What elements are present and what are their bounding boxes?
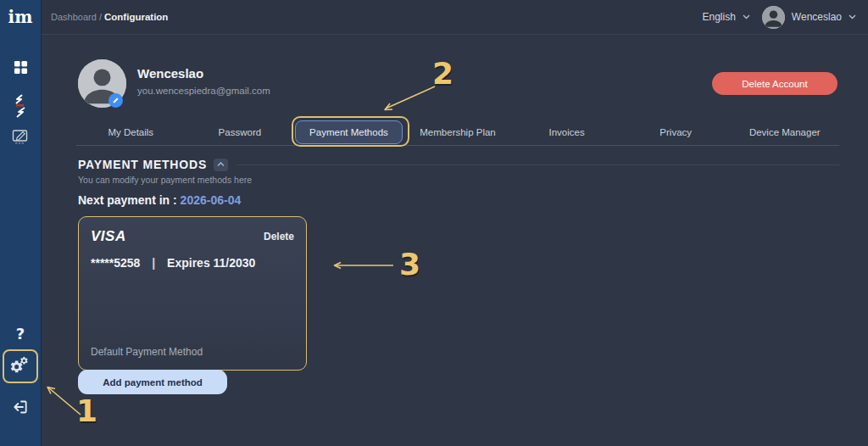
add-payment-method-button[interactable]: Add payment method <box>78 370 227 394</box>
annotation-step-2: 2 <box>432 56 453 91</box>
dashboard-grid-icon <box>14 60 28 75</box>
sidebar-item-dashboard[interactable] <box>0 54 41 80</box>
breadcrumb-current: Configuration <box>104 12 168 22</box>
profile-name: Wenceslao <box>137 66 203 81</box>
card-header: VISA Delete <box>91 228 294 245</box>
top-bar: Dashboard / Configuration English Wences… <box>41 0 868 35</box>
next-payment-date: 2026-06-04 <box>181 193 242 207</box>
user-menu[interactable]: Wenceslao <box>792 11 842 23</box>
delete-card-button[interactable]: Delete <box>264 231 294 243</box>
tab-label: Privacy <box>646 121 705 143</box>
next-payment-label: Next payment in : <box>78 193 177 207</box>
chevron-down-icon[interactable] <box>743 14 750 20</box>
logout-icon <box>12 399 29 415</box>
tab-invoices[interactable]: Invoices <box>512 119 621 145</box>
section-subtitle: You can modify your payment methods here <box>78 175 252 185</box>
breadcrumb-dashboard[interactable]: Dashboard <box>51 12 97 22</box>
sidebar-item-help[interactable]: ? <box>0 321 41 346</box>
tab-payment-methods[interactable]: Payment Methods <box>294 119 403 145</box>
tab-privacy[interactable]: Privacy <box>621 119 731 145</box>
profile-email: you.wencespiedra@gmail.com <box>137 86 270 96</box>
annotation-step-3: 3 <box>399 247 420 282</box>
tab-membership-plan[interactable]: Membership Plan <box>403 119 513 145</box>
card-separator: | <box>152 256 155 270</box>
next-payment: Next payment in : 2026-06-04 <box>78 193 241 207</box>
tab-device-manager[interactable]: Device Manager <box>730 119 839 145</box>
topbar-right: English Wenceslao <box>702 6 856 29</box>
app-logo: im <box>0 7 41 27</box>
breadcrumb: Dashboard / Configuration <box>51 12 168 22</box>
gears-icon <box>9 355 31 377</box>
tab-label: Invoices <box>536 121 598 143</box>
section-title: PAYMENT METHODS <box>78 158 207 171</box>
chevron-down-icon[interactable] <box>849 14 856 20</box>
sidebar-item-logout[interactable] <box>0 394 41 420</box>
sidebar-item-settings[interactable] <box>0 354 41 379</box>
delete-account-button[interactable]: Delete Account <box>712 72 837 95</box>
tabs-divider <box>76 145 839 146</box>
default-payment-label: Default Payment Method <box>91 346 203 358</box>
annotation-step-1: 1 <box>76 393 97 428</box>
chevron-up-icon <box>217 162 225 167</box>
order-screen-icon <box>12 129 29 145</box>
tab-password[interactable]: Password <box>186 119 295 145</box>
tab-label: Password <box>205 121 275 143</box>
sidebar: im ? <box>0 0 42 446</box>
flash-icon <box>14 93 27 119</box>
tab-label: Membership Plan <box>406 121 509 143</box>
card-number-row: *****5258 | Expires 11/2030 <box>91 256 255 270</box>
sidebar-item-flash[interactable] <box>0 92 41 120</box>
payment-section-header: PAYMENT METHODS <box>78 158 839 171</box>
card-masked-number: *****5258 <box>91 256 140 270</box>
tab-label: Payment Methods <box>295 120 403 144</box>
card-expiry: Expires 11/2030 <box>167 256 255 270</box>
settings-tabs: My Details Password Payment Methods Memb… <box>76 119 839 145</box>
language-selector[interactable]: English <box>702 11 735 23</box>
collapse-section-button[interactable] <box>214 159 228 171</box>
tab-label: Device Manager <box>736 121 834 143</box>
tab-my-details[interactable]: My Details <box>76 119 186 145</box>
payment-method-card: VISA Delete *****5258 | Expires 11/2030 … <box>78 216 307 371</box>
tab-label: My Details <box>94 121 167 143</box>
edit-avatar-button[interactable] <box>108 93 123 108</box>
sidebar-item-orders[interactable] <box>0 124 41 149</box>
help-icon: ? <box>16 325 25 343</box>
section-divider <box>236 164 839 165</box>
avatar[interactable] <box>762 6 785 29</box>
visa-logo: VISA <box>91 228 126 245</box>
breadcrumb-separator: / <box>99 12 102 22</box>
pencil-icon <box>112 97 120 104</box>
user-photo-icon <box>762 6 785 29</box>
